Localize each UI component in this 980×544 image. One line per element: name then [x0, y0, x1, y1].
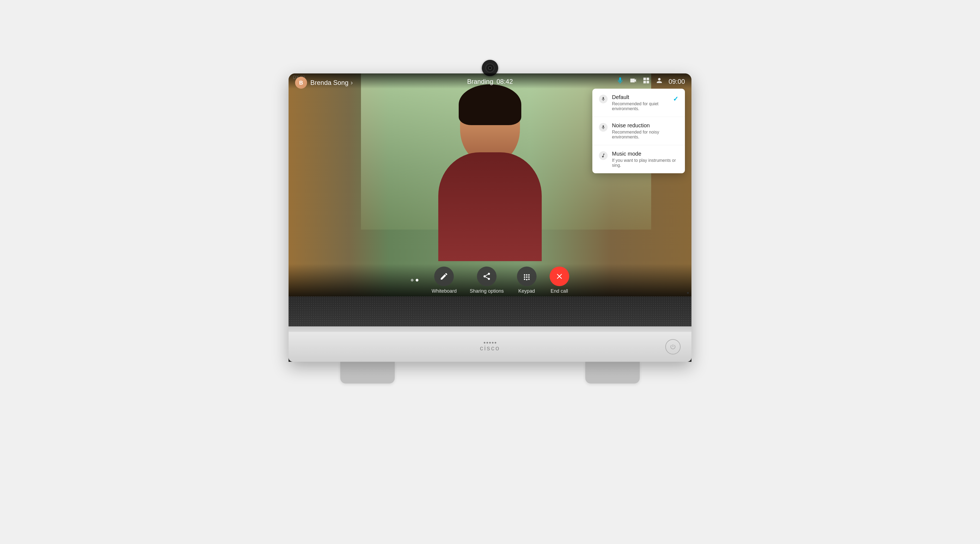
dot-2 [416, 279, 418, 282]
layout-icon[interactable] [643, 77, 650, 86]
sharing-button[interactable] [477, 266, 496, 286]
monitor: DX 80 B Brenda Song Branding 08:42 [288, 73, 692, 362]
keypad-control[interactable]: Keypad [517, 266, 536, 294]
caller-avatar: B [295, 77, 307, 89]
sharing-label: Sharing options [469, 288, 504, 294]
cisco-dots [484, 342, 496, 344]
speaker-grille [288, 297, 692, 332]
dot-1 [411, 279, 414, 282]
caller-info: B Brenda Song [295, 77, 353, 89]
cisco-dot-2 [487, 342, 488, 344]
caller-name[interactable]: Brenda Song [310, 79, 353, 87]
audio-music-desc: If you want to play instruments or sing. [612, 158, 678, 168]
top-bar: B Brenda Song Branding 08:42 [288, 73, 692, 89]
grille-stripe [288, 327, 692, 332]
cisco-text: cisco [480, 344, 500, 352]
audio-noise-desc: Recommended for noisy environments. [612, 130, 678, 140]
audio-default-name: Default [612, 94, 668, 100]
audio-noise-name: Noise reduction [612, 122, 678, 128]
whiteboard-label: Whiteboard [431, 288, 457, 294]
audio-noise-icon [599, 123, 608, 132]
call-timer: 08:42 [496, 78, 513, 86]
audio-noise-text: Noise reduction Recommended for noisy en… [612, 122, 678, 140]
audio-option-music[interactable]: Music mode If you want to play instrumen… [592, 145, 685, 173]
whiteboard-control[interactable]: Whiteboard [431, 266, 457, 294]
mic-icon[interactable] [616, 77, 624, 86]
base-section: cisco [288, 332, 692, 362]
audio-default-desc: Recommended for quiet environments. [612, 102, 668, 111]
call-info-center: Branding 08:42 [467, 78, 513, 86]
audio-default-check: ✓ [673, 95, 678, 103]
audio-option-default[interactable]: Default Recommended for quiet environmen… [592, 89, 685, 117]
cisco-dot-1 [484, 342, 485, 344]
cisco-logo: cisco [480, 342, 500, 352]
cisco-dot-5 [495, 342, 496, 344]
audio-default-icon [599, 95, 608, 103]
bottom-bar: Whiteboard Sharing options [288, 264, 692, 297]
person-body [438, 152, 542, 261]
foot-left [340, 362, 395, 384]
time-display: 09:00 [668, 78, 685, 86]
power-button[interactable] [665, 339, 681, 354]
audio-music-icon [599, 151, 608, 160]
cisco-dot-3 [489, 342, 491, 344]
end-call-control[interactable]: End call [550, 266, 569, 294]
top-right-controls: 09:00 [616, 77, 685, 86]
audio-dropdown: Default Recommended for quiet environmen… [592, 89, 685, 173]
person-area [408, 87, 572, 278]
camera-lens [488, 66, 492, 70]
keypad-label: Keypad [518, 288, 535, 294]
device-wrapper: DX 80 B Brenda Song Branding 08:42 [278, 60, 702, 484]
screen: DX 80 B Brenda Song Branding 08:42 [288, 73, 692, 297]
whiteboard-button[interactable] [434, 266, 454, 286]
audio-music-name: Music mode [612, 151, 678, 157]
device-feet [340, 362, 640, 384]
scroll-indicator [411, 279, 418, 282]
camera-icon[interactable] [629, 77, 637, 86]
sharing-control[interactable]: Sharing options [469, 266, 504, 294]
participants-icon[interactable] [655, 77, 663, 86]
end-call-button[interactable] [550, 266, 569, 286]
end-call-label: End call [551, 288, 568, 294]
audio-music-text: Music mode If you want to play instrumen… [612, 151, 678, 168]
foot-right [585, 362, 640, 384]
cisco-dot-4 [492, 342, 493, 344]
audio-option-noise[interactable]: Noise reduction Recommended for noisy en… [592, 117, 685, 145]
keypad-button[interactable] [517, 266, 536, 286]
call-title: Branding [467, 78, 493, 86]
audio-default-text: Default Recommended for quiet environmen… [612, 94, 668, 111]
person-hair [459, 84, 521, 125]
